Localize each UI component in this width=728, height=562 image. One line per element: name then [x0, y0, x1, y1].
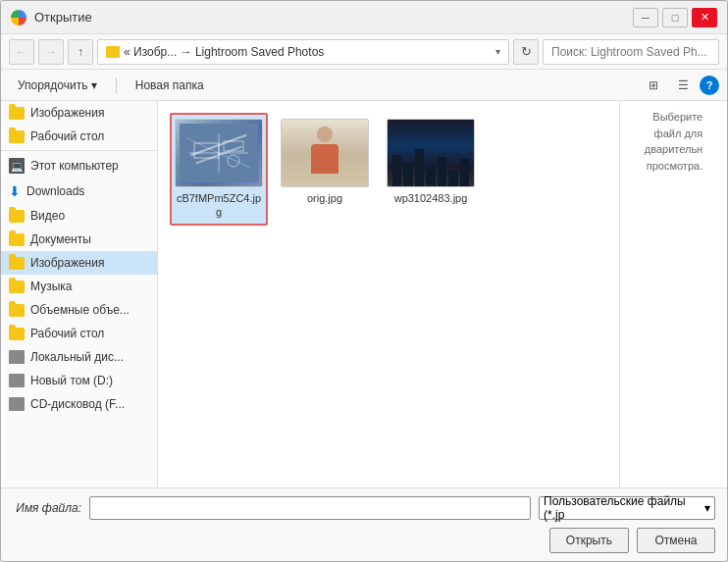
filetype-select[interactable]: Пользовательские файлы (*.jp ▾ — [539, 496, 715, 520]
folder-icon — [106, 46, 120, 58]
city-silhouette — [388, 147, 474, 186]
sidebar-item-cd-drive[interactable]: CD-дисковод (F... — [1, 392, 157, 416]
drive-icon — [9, 397, 25, 411]
cancel-button[interactable]: Отмена — [637, 528, 715, 553]
folder-icon — [9, 210, 25, 223]
folder-icon — [9, 233, 25, 246]
sidebar-label: Музыка — [30, 280, 72, 293]
chrome-icon — [11, 10, 26, 26]
file-thumbnail — [175, 119, 263, 187]
sidebar-label: Downloads — [26, 184, 84, 198]
sidebar-item-new-volume[interactable]: Новый том (D:) — [1, 369, 157, 392]
filename-row: Имя файла: Пользовательские файлы (*.jp … — [13, 496, 715, 520]
file-thumbnail — [387, 119, 475, 187]
folder-icon — [9, 107, 25, 120]
sidebar-label: Объемные объе... — [30, 303, 130, 317]
thumbnail-image — [282, 120, 368, 186]
minimize-button[interactable]: ─ — [633, 8, 658, 27]
folder-icon — [9, 130, 25, 143]
file-item[interactable]: orig.jpg — [276, 113, 374, 226]
file-item[interactable]: cB7fMPm5ZC4.jpg — [170, 113, 268, 226]
sidebar-item-documents[interactable]: Документы — [1, 228, 157, 251]
sidebar-label: Рабочий стол — [30, 129, 104, 143]
building — [426, 167, 435, 186]
building — [403, 163, 412, 186]
preview-text: Выберитефайл длядварительнпросмотра. — [645, 109, 702, 174]
sidebar-divider — [1, 150, 157, 151]
sidebar-item-objects[interactable]: Объемные объе... — [1, 298, 157, 322]
search-bar[interactable] — [543, 39, 719, 65]
sidebar-item-desktop-top[interactable]: Рабочий стол — [1, 125, 157, 148]
sidebar-label: Рабочий стол — [30, 327, 104, 340]
sidebar-label: Документы — [30, 232, 91, 246]
sidebar-item-local-disk[interactable]: Локальный дис... — [1, 345, 157, 369]
filetype-value: Пользовательские файлы (*.jp — [544, 494, 704, 522]
close-button[interactable]: ✕ — [692, 8, 717, 27]
up-button[interactable]: ↑ — [68, 39, 93, 65]
sidebar-label: Локальный дис... — [30, 350, 124, 364]
person-head — [317, 127, 333, 142]
person-silhouette — [310, 127, 339, 180]
building — [415, 149, 424, 186]
sidebar-item-this-pc[interactable]: 💻 Этот компьютер — [1, 153, 157, 179]
help-button[interactable]: ? — [700, 76, 719, 95]
new-folder-button[interactable]: Новая папка — [127, 75, 213, 96]
organize-button[interactable]: Упорядочить ▾ — [9, 75, 106, 96]
sidebar-item-images-selected[interactable]: Изображения — [1, 251, 157, 275]
building — [392, 155, 401, 186]
drive-icon — [9, 350, 25, 364]
filename-input[interactable] — [89, 496, 531, 520]
download-icon: ⬇ — [9, 183, 21, 199]
file-grid: cB7fMPm5ZC4.jpg orig.jpg — [158, 101, 619, 487]
buttons-row: Открыть Отмена — [13, 528, 715, 553]
pc-icon: 💻 — [9, 158, 25, 174]
file-name: cB7fMPm5ZC4.jpg — [176, 191, 262, 220]
breadcrumb[interactable]: « Изобр... → Lightroom Saved Photos ▾ — [97, 39, 509, 65]
file-thumbnail — [281, 119, 369, 187]
title-bar: Открытие ─ □ ✕ — [1, 1, 727, 34]
main-content: Изображения Рабочий стол 💻 Этот компьюте… — [1, 101, 727, 487]
dialog-title: Открытие — [34, 10, 633, 25]
refresh-button[interactable]: ↻ — [513, 39, 539, 65]
thumbnail-image — [176, 120, 262, 186]
breadcrumb-text: « Изобр... → Lightroom Saved Photos — [124, 45, 492, 59]
blueprint-svg — [180, 124, 258, 182]
sidebar-label: CD-дисковод (F... — [30, 397, 125, 411]
window-controls: ─ □ ✕ — [633, 8, 717, 27]
open-dialog: Открытие ─ □ ✕ ← → ↑ « Изобр... → Lightr… — [0, 0, 728, 562]
person-body — [311, 144, 338, 174]
file-area: cB7fMPm5ZC4.jpg orig.jpg — [158, 101, 727, 487]
maximize-button[interactable]: □ — [662, 8, 688, 27]
sidebar-item-music[interactable]: Музыка — [1, 275, 157, 298]
sidebar-item-images-top[interactable]: Изображения — [1, 101, 157, 125]
file-item[interactable]: wp3102483.jpg — [382, 113, 480, 226]
search-input[interactable] — [551, 45, 710, 59]
building — [460, 159, 469, 186]
back-button[interactable]: ← — [9, 39, 34, 65]
sidebar-label: Новый том (D:) — [30, 374, 113, 387]
bottom-bar: Имя файла: Пользовательские файлы (*.jp … — [1, 487, 727, 561]
separator — [116, 77, 117, 93]
filename-label: Имя файла: — [13, 501, 81, 515]
breadcrumb-dropdown-icon[interactable]: ▾ — [495, 46, 500, 57]
open-button[interactable]: Открыть — [549, 528, 629, 553]
thumbnail-image — [388, 120, 474, 186]
building — [438, 157, 446, 186]
folder-icon — [9, 281, 25, 293]
toolbar-right: ⊞ ☰ ? — [641, 75, 719, 96]
list-view-button[interactable]: ☰ — [670, 75, 696, 96]
folder-icon — [9, 304, 25, 317]
grid-view-button[interactable]: ⊞ — [641, 75, 666, 96]
nav-bar: ← → ↑ « Изобр... → Lightroom Saved Photo… — [1, 34, 727, 70]
sidebar-item-downloads[interactable]: ⬇ Downloads — [1, 179, 157, 204]
sidebar-label: Этот компьютер — [30, 159, 119, 173]
folder-icon — [9, 257, 25, 270]
forward-button[interactable]: → — [38, 39, 64, 65]
sidebar-label: Изображения — [30, 256, 104, 270]
sidebar: Изображения Рабочий стол 💻 Этот компьюте… — [1, 101, 158, 487]
sidebar-item-video[interactable]: Видео — [1, 204, 157, 228]
drive-icon — [9, 374, 25, 387]
sidebar-label: Изображения — [30, 106, 104, 120]
file-name: orig.jpg — [307, 191, 342, 205]
sidebar-item-desktop-bottom[interactable]: Рабочий стол — [1, 322, 157, 345]
